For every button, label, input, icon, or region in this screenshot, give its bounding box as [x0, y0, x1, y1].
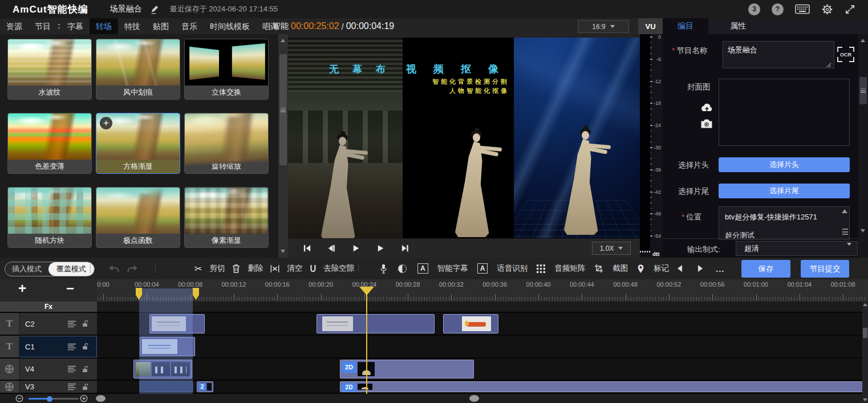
tab-时间线模板[interactable]: 时间线模板: [204, 18, 256, 34]
clear-button[interactable]: [270, 264, 279, 273]
contrast-circle-icon[interactable]: [398, 264, 407, 274]
tab-音乐[interactable]: 音乐: [175, 18, 204, 34]
tab-资源[interactable]: 资源: [0, 18, 29, 34]
cut-button[interactable]: ✂: [194, 263, 202, 274]
scrollbar-handle[interactable]: [863, 328, 867, 338]
track-unlock-icon[interactable]: [82, 320, 90, 328]
scrollbar-handle[interactable]: [859, 77, 867, 104]
playback-speed-select[interactable]: 1.0X: [592, 242, 631, 255]
location-pin-icon[interactable]: [637, 264, 644, 274]
delete-label[interactable]: 删除: [248, 263, 263, 274]
grip-icon[interactable]: [842, 229, 848, 235]
ocr-button[interactable]: OCR: [837, 47, 854, 62]
more-tools-button[interactable]: ...: [716, 264, 725, 274]
track-header-c1[interactable]: T C1: [0, 336, 97, 357]
add-transition-icon[interactable]: +: [100, 117, 112, 129]
transition-card-风中划痕[interactable]: 风中划痕: [96, 39, 180, 100]
tab-转场[interactable]: 转场: [90, 18, 118, 34]
remove-track-button[interactable]: −: [66, 280, 74, 296]
transition-card-色差变薄[interactable]: 色差变薄: [7, 113, 92, 174]
track-lane-c2[interactable]: [97, 313, 868, 335]
submit-program-button[interactable]: 节目提交: [801, 260, 849, 278]
scroll-down-icon[interactable]: [861, 229, 865, 233]
notification-badge[interactable]: 3: [748, 3, 760, 15]
select-outro-button[interactable]: 选择片尾: [719, 184, 850, 198]
smart-subtitle-label[interactable]: 智能字幕: [437, 263, 468, 274]
location-list[interactable]: btv超分修复-快捷操作12571超分测试: [719, 206, 850, 240]
scroll-up-icon[interactable]: [281, 39, 285, 42]
hscroll-left-handle[interactable]: [96, 395, 106, 402]
scroll-down-icon[interactable]: [281, 250, 285, 253]
aspect-ratio-select[interactable]: 16:9: [578, 20, 629, 33]
timeline-clip[interactable]: [140, 381, 193, 392]
hscroll-right-handle[interactable]: [469, 395, 479, 402]
transition-card-极点函数[interactable]: 极点函数: [96, 187, 180, 248]
clear-label[interactable]: 清空: [287, 263, 302, 274]
redo-icon[interactable]: [127, 264, 138, 273]
track-lane-v3[interactable]: 2 2D: [97, 381, 868, 393]
transition-card-方格渐显[interactable]: +方格渐显: [96, 113, 180, 174]
zoom-slider-knob[interactable]: [47, 396, 52, 402]
screenshot-label[interactable]: 截图: [613, 263, 628, 274]
program-name-input[interactable]: 场景融合: [723, 41, 834, 68]
transition-card-随机方块[interactable]: 随机方块: [7, 187, 92, 248]
location-item[interactable]: btv超分修复-快捷操作12571: [719, 207, 849, 222]
track-options-lines-icon[interactable]: [67, 320, 76, 328]
tab-属性[interactable]: 属性: [708, 18, 768, 34]
timeline-clip-2d[interactable]: 2D: [340, 381, 868, 392]
marker-label[interactable]: 标记: [654, 263, 669, 274]
microphone-icon[interactable]: [380, 263, 387, 274]
edit-mode-toggle[interactable]: 插入模式 覆盖模式: [5, 262, 95, 276]
select-intro-button[interactable]: 选择片头: [719, 157, 850, 172]
scroll-up-icon[interactable]: [861, 39, 865, 42]
speech-recognition-label[interactable]: 语音识别: [497, 263, 528, 274]
resize-grip-icon[interactable]: [826, 63, 831, 67]
screenshot-crop-icon[interactable]: [594, 264, 603, 273]
track-lane-v4[interactable]: 2D: [97, 359, 868, 380]
cut-label[interactable]: 剪切: [209, 263, 225, 274]
track-unlock-icon[interactable]: [82, 365, 90, 373]
timeline-clip[interactable]: 2: [197, 381, 213, 392]
transition-card-立体交换[interactable]: 立体交换: [184, 39, 269, 100]
previous-marker-icon[interactable]: [677, 264, 683, 272]
location-item[interactable]: 超分测试: [719, 222, 849, 240]
timeline-clip[interactable]: [133, 360, 192, 378]
next-frame-button[interactable]: [376, 244, 385, 253]
remove-gap-label[interactable]: 去除空隙: [323, 263, 354, 274]
remove-gap-button[interactable]: U: [310, 264, 316, 274]
track-header-v4[interactable]: V4: [0, 359, 97, 380]
previous-frame-button[interactable]: [327, 244, 336, 253]
next-marker-icon[interactable]: [697, 264, 703, 272]
audio-matrix-grid-icon[interactable]: [537, 264, 545, 273]
timeline-ruler[interactable]: 0:0000:00:0400:00:0800:00:1200:00:1600:0…: [97, 279, 868, 302]
tab-节目[interactable]: 节目: [29, 18, 57, 34]
output-format-select[interactable]: 超清: [736, 241, 858, 256]
transition-card-水波纹[interactable]: 水波纹: [7, 39, 92, 100]
audio-matrix-label[interactable]: 音频矩阵: [554, 263, 585, 274]
play-button[interactable]: [352, 244, 360, 253]
track-unlock-icon[interactable]: [82, 383, 90, 391]
tab-字幕[interactable]: 字幕: [61, 18, 90, 34]
timeline-clip[interactable]: [443, 314, 498, 333]
cover-image-dropzone[interactable]: [719, 79, 850, 146]
track-options-lines-icon[interactable]: [67, 343, 76, 351]
zoom-out-icon[interactable]: [15, 394, 23, 402]
timeline-clip-2d[interactable]: 2D: [340, 360, 474, 378]
smart-subtitle-button[interactable]: A: [417, 263, 428, 274]
timeline-clip[interactable]: [149, 314, 205, 333]
fullscreen-icon[interactable]: [845, 4, 855, 15]
timeline-clip[interactable]: [317, 314, 435, 333]
track-options-lines-icon[interactable]: [67, 365, 76, 373]
transition-card-像素渐显[interactable]: 像素渐显: [184, 187, 269, 248]
save-button[interactable]: 保存: [741, 260, 790, 278]
speech-recognition-button[interactable]: A: [477, 263, 488, 274]
transitions-scrollbar[interactable]: [278, 34, 288, 258]
scroll-up-icon[interactable]: [863, 303, 867, 306]
zoom-in-icon[interactable]: [80, 394, 88, 402]
track-lane-c1[interactable]: [97, 336, 868, 357]
timeline-zoom-slider[interactable]: [29, 398, 79, 400]
track-header-v3[interactable]: V3: [0, 381, 97, 393]
tab-编目[interactable]: 编目: [663, 18, 708, 34]
scrollbar-handle[interactable]: [279, 54, 287, 165]
help-icon[interactable]: ?: [772, 3, 784, 15]
